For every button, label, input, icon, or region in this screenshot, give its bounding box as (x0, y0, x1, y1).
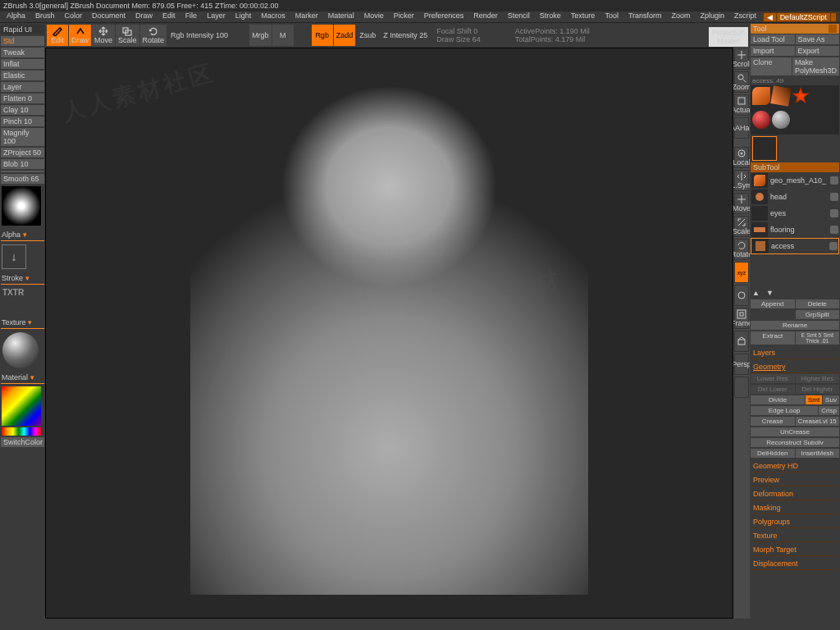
del-higher-button[interactable]: Del Higher (796, 385, 840, 394)
aahalf-button[interactable]: AAHalf (734, 117, 749, 139)
insertmesh-button[interactable]: InsertMesh (796, 449, 840, 458)
tool-thumb-sphere-grey[interactable] (772, 111, 790, 129)
geometry-section[interactable]: Geometry (751, 361, 839, 373)
crisp-button[interactable]: Crisp (819, 406, 839, 415)
menu-document[interactable]: Document (87, 11, 130, 22)
visibility-icon[interactable] (829, 242, 838, 250)
higher-res-button[interactable]: Higher Res (796, 374, 840, 383)
texture-preview[interactable]: TXTR (1, 286, 44, 299)
visibility-icon[interactable] (830, 226, 838, 234)
nav-down-icon[interactable]: ▼ (766, 289, 774, 297)
stroke-preview[interactable]: ↓ (2, 244, 26, 269)
xyz-button[interactable]: xyz (734, 262, 749, 283)
brush-std[interactable]: Std (1, 36, 44, 46)
mrgb-button[interactable]: Mrgb (249, 25, 272, 46)
brush-zproject[interactable]: ZProject 50 (1, 148, 44, 158)
menu-light[interactable]: Light (231, 11, 257, 22)
menu-stencil[interactable]: Stencil (503, 11, 535, 22)
menu-preferences[interactable]: Preferences (419, 11, 469, 22)
load-tool-button[interactable]: Load Tool (751, 34, 795, 44)
brush-magnify[interactable]: Magnify 100 (1, 128, 44, 146)
crease-button[interactable]: Crease (751, 417, 795, 426)
rapid-ui-button[interactable]: Rapid UI (1, 25, 44, 34)
menu-draw[interactable]: Draw (130, 11, 158, 22)
material-section[interactable]: Material ▾ (1, 372, 44, 384)
draw-size[interactable]: Draw Size 64 (431, 35, 486, 43)
menu-edit[interactable]: Edit (158, 11, 180, 22)
subtool-header[interactable]: SubTool (751, 162, 839, 172)
tool-thumbnails[interactable] (751, 85, 839, 135)
brush-blank[interactable] (1, 171, 44, 172)
brush-tweak[interactable]: Tweak (1, 48, 44, 57)
edge-loop-button[interactable]: Edge Loop (751, 406, 818, 415)
subtool-eyes[interactable]: eyes (751, 205, 839, 221)
stroke-section[interactable]: Stroke ▾ (1, 272, 44, 285)
subtool-flooring[interactable]: flooring (751, 221, 839, 238)
polygroups-section[interactable]: Polygroups (751, 516, 839, 528)
move-nav-button[interactable]: Move (734, 193, 749, 214)
menu-zscript[interactable]: Zscript (729, 11, 761, 22)
tool-thumb-sphere-red[interactable] (752, 111, 770, 129)
uncrease-button[interactable]: UnCrease (751, 427, 839, 436)
menu-zplugin[interactable]: Zplugin (696, 11, 730, 22)
brush-inflat[interactable]: Inflat (1, 59, 44, 69)
menu-layer[interactable]: Layer (202, 11, 231, 22)
import-button[interactable]: Import (751, 46, 795, 56)
zsub-label[interactable]: Zsub (356, 31, 379, 39)
menu-texture[interactable]: Texture (566, 11, 600, 22)
suv-button[interactable]: Suv (823, 395, 839, 404)
append-button[interactable]: Append (751, 299, 795, 308)
menu-brush[interactable]: Brush (30, 11, 60, 22)
deformation-section[interactable]: Deformation (751, 488, 839, 500)
m-button[interactable]: M (272, 25, 294, 46)
geometry-hd-section[interactable]: Geometry HD (751, 460, 839, 472)
tool-thumb-2[interactable] (770, 85, 791, 106)
menu-color[interactable]: Color (60, 11, 88, 22)
rgb-intensity-label[interactable]: Rgb Intensity 100 (167, 31, 231, 39)
crease-level[interactable]: CreaseLvl 15 (796, 417, 840, 426)
actual-button[interactable]: Actual (734, 94, 749, 116)
make-polymesh-button[interactable]: Make PolyMesh3D (792, 57, 839, 75)
move-button[interactable]: Move (92, 25, 115, 46)
visibility-icon[interactable] (830, 176, 838, 185)
edit-button[interactable]: Edit (47, 25, 68, 46)
tool-header[interactable]: Tool (751, 24, 839, 34)
clone-button[interactable]: Clone (751, 57, 792, 75)
focal-shift[interactable]: Focal Shift 0 (431, 27, 486, 35)
brush-smooth[interactable]: Smooth 65 (1, 174, 44, 184)
alpha-section[interactable]: Alpha ▾ (1, 229, 44, 241)
menu-marker[interactable]: Marker (290, 11, 323, 22)
divide-button[interactable]: Divide (751, 395, 805, 404)
brush-blob[interactable]: Blob 10 (1, 159, 44, 169)
local-button[interactable]: Local (734, 147, 749, 168)
zadd-button[interactable]: Zadd (334, 25, 356, 46)
menu-picker[interactable]: Picker (389, 11, 419, 22)
menu-transform[interactable]: Transform (623, 11, 667, 22)
brush-elastic[interactable]: Elastic (1, 71, 44, 80)
brush-layer[interactable]: Layer (1, 82, 44, 92)
z-intensity-label[interactable]: Z Intensity 25 (380, 31, 431, 39)
frame-button[interactable]: Frame (734, 308, 749, 329)
visibility-icon[interactable] (830, 193, 838, 201)
draw-button[interactable]: Draw (69, 25, 91, 46)
subtool-geo-mesh[interactable]: geo_mesh_A10_ (751, 172, 839, 189)
nav-blank1[interactable] (734, 285, 749, 306)
smt-button[interactable]: Smt (806, 395, 822, 404)
rgb-button[interactable]: Rgb (312, 25, 333, 46)
delete-button[interactable]: Delete (796, 299, 840, 308)
preview-section[interactable]: Preview (751, 474, 839, 486)
material-preview[interactable] (2, 332, 39, 368)
nav-up-icon[interactable]: ▲ (752, 289, 760, 297)
scale-button[interactable]: Scale (116, 25, 139, 46)
nav-blank3[interactable] (734, 377, 749, 398)
grpsplit-button[interactable]: GrpSplit (796, 310, 840, 319)
menu-stroke[interactable]: Stroke (535, 11, 566, 22)
minimize-icon[interactable] (829, 25, 837, 33)
subtool-access[interactable]: access (751, 238, 839, 254)
save-as-button[interactable]: Save As (796, 34, 840, 44)
current-tool-thumb[interactable] (752, 136, 777, 161)
menu-alpha[interactable]: Alpha (2, 11, 30, 22)
subtool-head[interactable]: head (751, 189, 839, 205)
esmt-label[interactable]: E Smt 5 Smt (797, 332, 838, 338)
morph-target-section[interactable]: Morph Target (751, 544, 839, 556)
